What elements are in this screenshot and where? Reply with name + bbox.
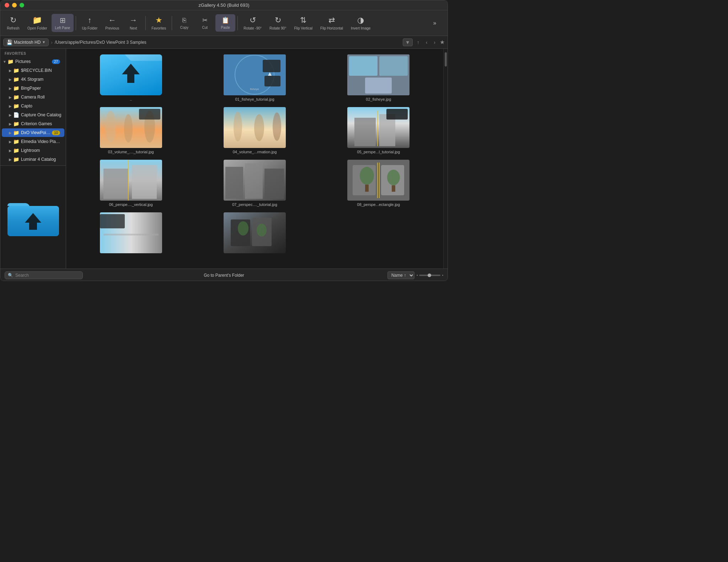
copy-button[interactable]: ⎘ Copy [174, 15, 194, 32]
flip-h-label: Flip Horizontal [320, 26, 343, 30]
sidebar-item-label: Criterion Games [21, 121, 61, 126]
svg-rect-7 [264, 76, 280, 86]
sidebar-item-dxo[interactable]: ▶ 📁 DxO ViewPoint 3 Samples 10 [2, 128, 64, 137]
sidebar-item-camera-roll[interactable]: ▶ 📁 Camera Roll [2, 93, 64, 101]
refresh-button[interactable]: ↻ Refresh [3, 14, 23, 32]
cut-button[interactable]: ✂ Cut [195, 14, 215, 32]
sidebar-item-criterion[interactable]: ▶ 📁 Criterion Games [2, 120, 64, 128]
sidebar-item-capture-one[interactable]: ▶ 📄 Capture One Catalog [2, 111, 64, 119]
paste-button[interactable]: 📋 Paste [215, 14, 235, 32]
size-slider[interactable]: ▪ ▪ [417, 273, 443, 277]
sidebar-item-4kstogram[interactable]: ▶ 📁 4K Stogram [2, 75, 64, 84]
flip-h-button[interactable]: ⇄ Flip Horizontal [317, 14, 347, 32]
thumbnail-item[interactable]: 06_perspe...._vertical.jpg [72, 160, 190, 207]
close-button[interactable] [5, 3, 9, 7]
thumbnail-img [100, 212, 162, 253]
search-box[interactable]: 🔍 [5, 271, 83, 279]
drive-icon: 💾 [6, 39, 12, 45]
favorites-button[interactable]: ★ Favorites [148, 14, 170, 32]
rotate-ccw-button[interactable]: ↺ Rotate -90° [240, 14, 265, 32]
thumbnail-grid: .. fisheye 01_fisheye_tut [66, 49, 443, 269]
sidebar-item-recycle[interactable]: ▶ 📁 $RECYCLE.BIN [2, 66, 64, 75]
goto-parent-button[interactable]: Go to Parent's Folder [204, 273, 244, 278]
size-small-icon: ▪ [417, 273, 418, 277]
copy-label: Copy [180, 26, 188, 30]
thumbnail-label: 01_fisheye_tutorial.jpg [235, 97, 274, 101]
copy-icon: ⎘ [182, 17, 186, 24]
svg-rect-6 [263, 60, 280, 72]
thumbnail-item[interactable] [72, 212, 190, 255]
svg-rect-13 [365, 78, 392, 94]
previous-button[interactable]: ← Previous [102, 14, 123, 32]
path-back-arrow[interactable]: ‹ [424, 39, 430, 46]
path-up-arrow[interactable]: ↑ [415, 39, 422, 46]
svg-rect-11 [349, 56, 378, 76]
path-forward-arrow[interactable]: › [432, 39, 438, 46]
thumbnail-image [347, 160, 410, 201]
next-button[interactable]: → Next [123, 14, 143, 32]
more-button[interactable]: » [425, 18, 445, 28]
svg-point-52 [257, 224, 267, 237]
sidebar-badge: 27 [52, 59, 60, 64]
open-folder-icon: 📁 [32, 16, 42, 25]
chevron-right-icon: ▶ [7, 104, 13, 108]
slider-handle[interactable] [428, 274, 431, 277]
left-pane-button[interactable]: ⊞ Left Pane [52, 14, 74, 32]
statusbar: 🔍 Go to Parent's Folder Name ↑ Name ↓ Da… [0, 269, 448, 281]
thumbnail-item[interactable]: 04_volume_...rmation.jpg [196, 107, 314, 154]
flip-v-button[interactable]: ⇅ Flip Vertical [290, 14, 316, 32]
sidebar-item-luminar4[interactable]: ▶ 📁 Luminar 4 Catalog [2, 155, 64, 164]
flip-v-label: Flip Vertical [294, 26, 312, 30]
sidebar-item-bingpaper[interactable]: ▶ 📁 BingPaper [2, 84, 64, 92]
sidebar-item-label: Camera Roll [21, 95, 61, 100]
minimize-button[interactable] [12, 3, 17, 7]
sidebar-item-label: Lightroom [21, 148, 61, 153]
rotate-cw-icon: ↻ [275, 16, 281, 25]
svg-rect-29 [103, 169, 128, 199]
thumbnail-item[interactable]: fisheye 01_fisheye_tutorial.jpg [196, 54, 314, 101]
chevron-right-icon: ▶ [7, 69, 13, 73]
search-input[interactable] [15, 273, 72, 278]
invert-button[interactable]: ◑ Invert Image [347, 14, 374, 32]
thumbnail-item[interactable]: 03_volume_...._tutorial.jpg [72, 107, 190, 154]
up-folder-button[interactable]: ↑ Up Folder [78, 14, 101, 32]
chevron-right-icon: ▶ [7, 158, 13, 161]
search-icon: 🔍 [8, 273, 13, 278]
open-folder-button[interactable]: 📁 Open Folder [24, 14, 51, 32]
scrollbar-thumb[interactable] [445, 52, 447, 67]
thumbnail-image [347, 107, 410, 148]
chevron-right-icon: ▶ [7, 122, 13, 126]
folder-icon: 📁 [13, 85, 19, 91]
thumbnail-item[interactable]: 02_fisheye.jpg [320, 54, 438, 101]
drive-selector[interactable]: 💾 Macintosh HD ▼ [3, 38, 49, 46]
sidebar-item-capto[interactable]: ▶ 📁 Capto [2, 102, 64, 110]
sidebar-item-label: DxO ViewPoint 3 Samples [21, 130, 52, 135]
sidebar-item-label: Capto [21, 104, 61, 108]
favorites-icon: ★ [155, 16, 162, 25]
previous-icon: ← [108, 16, 116, 25]
up-folder-icon: ↑ [88, 16, 92, 25]
paste-icon: 📋 [221, 16, 229, 24]
sidebar-item-elmedia[interactable]: ▶ 📁 Elmedia Video Player [2, 137, 64, 146]
thumbnail-item[interactable]: 05_perspe...l_tutorial.jpg [320, 107, 438, 154]
thumbnail-item[interactable]: 08_perspe...ectangle.jpg [320, 160, 438, 207]
folder-icon: 📁 [13, 103, 19, 109]
sidebar-item-lightroom[interactable]: ▶ 📁 Lightroom [2, 146, 64, 155]
chevron-right-icon: ▶ [7, 86, 13, 90]
thumbnail-item[interactable]: 07_perspec...._tutorial.jpg [196, 160, 314, 207]
rotate-ccw-icon: ↺ [250, 16, 256, 25]
slider-track[interactable] [419, 275, 440, 276]
sort-select[interactable]: Name ↑ Name ↓ Date ↑ Date ↓ Size ↑ Size … [387, 271, 414, 279]
thumbnail-image: fisheye [224, 54, 286, 95]
path-dropdown[interactable]: ▼ [403, 38, 413, 46]
scrollbar[interactable] [443, 49, 448, 269]
thumbnail-item[interactable] [196, 212, 314, 255]
chevron-right-icon: ▶ [7, 131, 13, 135]
path-favorite-icon[interactable]: ★ [440, 39, 445, 46]
up-folder-thumb-item[interactable]: .. [72, 54, 190, 101]
sidebar-item-pictures[interactable]: ▼ 📁 Pictures 27 [2, 57, 64, 66]
folder-icon: 📁 [13, 139, 19, 144]
maximize-button[interactable] [20, 3, 24, 7]
rotate-cw-button[interactable]: ↻ Rotate 90° [266, 14, 290, 32]
thumbnail-label: 03_volume_...._tutorial.jpg [108, 150, 154, 154]
